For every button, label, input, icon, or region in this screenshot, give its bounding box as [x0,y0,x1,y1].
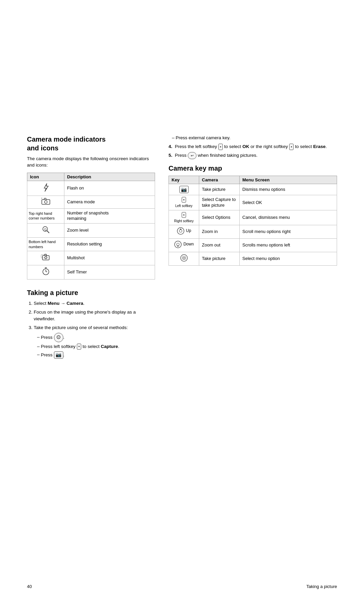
down-label: Down [183,242,194,247]
step-1: Select Menu → Camera. [34,300,155,307]
table-row: Multishot [27,251,155,265]
step-5: 5. Press ↩ when finished taking pictures… [169,152,337,159]
steps-continuation: Press external camera key. 4. Press the … [169,135,337,159]
footer-section-title: Taking a picture [306,584,337,589]
timer-icon-cell [27,265,64,279]
svg-point-16 [179,230,182,232]
sub-step-2: Press left softkey • to select Capture. [37,344,155,350]
end-key-5: ↩ [188,152,196,159]
right-column: Press external camera key. 4. Press the … [169,135,337,577]
left-softkey-table-icon: • [182,197,186,203]
top-right-description: Number of snapshotsremaining [64,208,155,224]
left-column: Camera mode indicators and icons The cam… [27,135,155,577]
timer-icon [41,267,50,276]
menu-action-3: Cancel, dismisses menu [240,210,337,225]
icon-table: Icon Description Flash on [27,173,155,280]
nav-up-cell: Up [169,225,199,239]
svg-marker-20 [177,245,179,247]
svg-marker-3 [41,198,42,199]
step-3: Take the picture using one of several me… [34,324,155,358]
menu-action-1: Dismiss menu options [240,184,337,195]
camera-indicators-title: Camera mode indicators and icons [27,135,155,152]
left-softkey-icon: • [77,344,82,350]
zoom-description: Zoom level [64,224,155,238]
menu-action-2: Select OK [240,195,337,210]
svg-rect-1 [42,200,50,204]
table-row: Q Zoom level [27,224,155,238]
key-map-table: Key Camera Menu Screen 📷 Take picture Di… [169,176,337,266]
menu-action-4: Scroll menu options right [240,225,337,239]
nav-up-group: Up [177,227,191,235]
top-spacer [27,20,337,135]
menu-header: Menu Screen [240,176,337,184]
table-row: Flash on [27,181,155,196]
camera-key-map-title: Camera key map [169,165,337,172]
camera-action-1: Take picture [199,184,240,195]
step-2: Focus on the image using the phone's dis… [34,309,155,323]
camera-key-cell: 📷 [169,184,199,195]
table-row: Camera mode [27,196,155,208]
menu-action-6: Select menu option [240,252,337,266]
dash-press-external: Press external camera key. [169,135,337,141]
up-label: Up [186,228,191,234]
camera-indicators-intro: The camera mode displays the following o… [27,156,155,169]
zoom-icon-cell: Q [27,224,64,238]
two-column-layout: Camera mode indicators and icons The cam… [27,135,337,577]
table-row: Bottom left handnumbers Resolution setti… [27,238,155,251]
sub-steps: Press ⊙. Press left softkey • to select … [34,333,155,359]
table-row: Up Zoom in Scroll menu options right [169,225,337,239]
sub-step-1: Press ⊙. [37,333,155,342]
taking-section: Taking a picture Select Menu → Camera. F… [27,289,155,359]
camera-header: Camera [199,176,240,184]
icon-col-header: Icon [27,173,64,181]
taking-title: Taking a picture [27,289,155,297]
page-content: Camera mode indicators and icons The cam… [0,0,364,616]
svg-point-23 [183,257,185,259]
svg-line-5 [47,231,49,233]
camera-action-5: Zoom out [199,239,240,252]
camera-action-6: Take picture [199,252,240,266]
key-table-header-row: Key Camera Menu Screen [169,176,337,184]
camera-action-4: Zoom in [199,225,240,239]
right-softkey-4: • [289,144,294,150]
right-softkey-cell: • Right softkey [169,210,199,225]
table-row: Down Zoom out Scrolls menu options left [169,239,337,252]
bottom-left-description: Resolution setting [64,238,155,251]
table-row: • Left softkey Select Capture to take pi… [169,195,337,210]
table-row: Self Timer [27,265,155,279]
svg-point-2 [44,201,47,203]
nav-center-icon: ⊙ [54,333,63,342]
step-4: 4. Press the left softkey • to select OK… [169,143,337,150]
sub-step-3: Press 📷. [37,351,155,359]
nav-center-cell [169,252,199,266]
camera-mode-icon [41,198,51,205]
timer-description: Self Timer [64,265,155,279]
flash-icon-cell [27,181,64,196]
svg-text:Q: Q [44,228,47,231]
svg-point-19 [177,243,179,246]
zoom-icon: Q [41,225,50,234]
svg-marker-0 [44,183,48,192]
nav-ring-down-icon [174,240,182,248]
camera-shutter-icon: 📷 [179,186,189,193]
camera-action-3: Select Options [199,210,240,225]
page-number: 40 [27,584,32,589]
nav-down-cell: Down [169,239,199,252]
nav-down-group: Down [174,240,194,248]
table-row: • Right softkey Select Options Cancel, d… [169,210,337,225]
multishot-icon [41,253,51,262]
menu-action-5: Scrolls menu options left [240,239,337,252]
flash-description: Flash on [64,181,155,196]
camera-mode-icon-cell [27,196,64,208]
multishot-description: Multishot [64,251,155,265]
nav-ring-up-icon [177,227,185,235]
page-footer: 40 Taking a picture [27,577,337,589]
bottom-left-cell: Bottom left handnumbers [27,238,64,251]
camera-key-icon: 📷 [54,351,63,359]
description-col-header: Description [64,173,155,181]
right-softkey-table-icon: • [182,212,186,218]
table-row: Top right handcorner numbers Number of s… [27,208,155,224]
multishot-icon-cell [27,251,64,265]
right-softkey-label: Right softkey [174,219,194,223]
left-softkey-cell: • Left softkey [169,195,199,210]
